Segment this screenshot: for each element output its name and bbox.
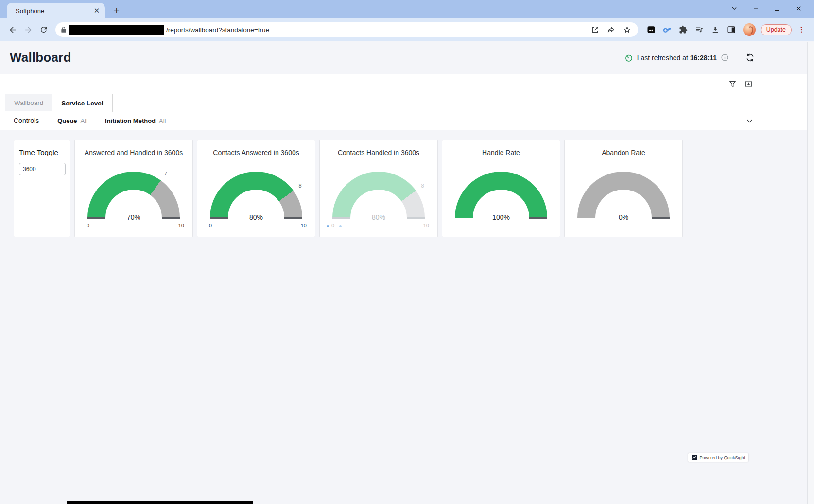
close-button[interactable] [788, 1, 809, 16]
gauge-value: 0% [577, 213, 670, 221]
sheet-tab-bar: Wallboard Service Level [0, 93, 814, 111]
last-refreshed: Last refreshed at 16:28:11 [624, 53, 755, 62]
gauge-min-label: 0 [87, 223, 89, 228]
gauge-value-tick-label: 7 [164, 171, 167, 176]
minimize-button[interactable] [745, 1, 766, 16]
tab-service-level[interactable]: Service Level [52, 94, 112, 112]
dashboard-content: Time Toggle Answered and Handled in 3600… [0, 130, 814, 237]
gauge-chart[interactable]: 0% [577, 172, 670, 218]
bottom-redaction-bar [67, 501, 253, 504]
gauge-max-label: 10 [301, 223, 307, 228]
gauge-card: Answered and Handled in 3600s70%0107 [74, 140, 193, 237]
time-toggle-title: Time Toggle [19, 148, 65, 156]
gauge-min-label: 0 [331, 223, 334, 228]
gauge-card: Handle Rate100% [442, 140, 560, 237]
gauge-min-label: 0 [209, 223, 212, 228]
dark-extension-icon[interactable] [647, 25, 656, 34]
browser-tabstrip: Softphone ✕ + [0, 0, 814, 18]
extensions-row [647, 23, 756, 36]
filter-icon[interactable] [728, 80, 737, 88]
browser-menu-kebab-icon[interactable] [794, 22, 809, 37]
gauge-value: 70% [87, 213, 180, 221]
tab-wallboard[interactable]: Wallboard [5, 94, 52, 111]
collapse-controls-chevron-icon[interactable] [745, 117, 754, 125]
url-domain-redaction [69, 25, 164, 35]
playlist-extension-icon[interactable] [695, 25, 704, 34]
time-toggle-card: Time Toggle [14, 140, 70, 237]
browser-tab-softphone[interactable]: Softphone ✕ [7, 3, 105, 18]
padlock-icon[interactable] [60, 26, 67, 33]
browser-toolbar: /reports/wallboard?standalone=true [0, 18, 814, 41]
dashboard-sheet: Wallboard Service Level Controls Queue A… [0, 74, 814, 130]
info-icon[interactable] [721, 53, 729, 62]
page-scrollbar[interactable] [807, 42, 814, 504]
timer-icon [624, 53, 633, 62]
sheet-toolbar [0, 74, 814, 93]
controls-title: Controls [14, 117, 39, 124]
gauge-value: 80% [332, 213, 425, 221]
initiation-method-label: Initiation Method [105, 117, 156, 124]
gauge-title: Abandon Rate [565, 149, 682, 156]
gauge-chart[interactable]: 70%0107 [87, 172, 180, 218]
update-button[interactable]: Update [761, 24, 792, 35]
powered-by-text: Powered by QuickSight [699, 455, 745, 460]
page-title: Wallboard [10, 50, 624, 65]
forward-button[interactable] [20, 22, 36, 37]
controls-row: Controls Queue All Initiation Method All [0, 111, 814, 130]
password-key-icon[interactable] [661, 24, 673, 35]
gauge-card: Contacts Answered in 3600s80%0108 [197, 140, 315, 237]
page-header: Wallboard Last refreshed at 16:28:11 [0, 41, 814, 74]
gauge-cards: Answered and Handled in 3600s70%0107Cont… [74, 140, 683, 237]
initiation-method-value: All [159, 117, 166, 124]
update-label: Update [766, 26, 786, 33]
refresh-button[interactable] [745, 53, 755, 62]
gauge-value-tick-label: 8 [421, 183, 424, 189]
back-button[interactable] [5, 22, 20, 37]
tab-close-icon[interactable]: ✕ [92, 6, 101, 15]
queue-filter-label: Queue [57, 117, 77, 124]
gauge-value-tick-label: 8 [299, 183, 302, 189]
browser-tab-title: Softphone [16, 7, 92, 15]
gauge-card: Abandon Rate0% [564, 140, 683, 237]
last-refreshed-text: Last refreshed at 16:28:11 [637, 54, 717, 62]
gauge-chart[interactable]: 80%0108 [332, 172, 425, 218]
queue-filter[interactable]: Queue All [57, 117, 87, 124]
window-controls [724, 1, 809, 16]
new-tab-button[interactable]: + [110, 3, 123, 17]
share-icon[interactable] [607, 26, 615, 34]
loading-dot [339, 225, 342, 227]
profile-avatar[interactable] [743, 23, 756, 36]
initiation-method-filter[interactable]: Initiation Method All [105, 117, 166, 124]
loading-dot [327, 225, 329, 227]
last-refreshed-time: 16:28:11 [690, 54, 717, 62]
open-in-new-icon[interactable] [591, 26, 599, 34]
powered-by-badge: Powered by QuickSight [688, 453, 748, 462]
url-path: /reports/wallboard?standalone=true [166, 26, 591, 34]
export-icon[interactable] [745, 80, 753, 88]
reload-button[interactable] [36, 22, 52, 37]
side-panel-icon[interactable] [727, 25, 736, 34]
gauge-card: Contacts Handled in 3600s80%0108 [319, 140, 438, 237]
gauge-chart[interactable]: 80%0108 [210, 172, 302, 218]
gauge-value: 100% [455, 213, 547, 221]
extensions-puzzle-icon[interactable] [679, 25, 688, 34]
tab-search-chevron-icon[interactable] [724, 1, 745, 16]
downloads-icon[interactable] [711, 25, 720, 34]
gauge-max-label: 10 [423, 223, 429, 228]
gauge-value: 80% [210, 213, 302, 221]
gauge-title: Handle Rate [442, 149, 560, 156]
url-bar[interactable]: /reports/wallboard?standalone=true [55, 22, 638, 37]
gauge-max-label: 10 [178, 223, 184, 228]
time-toggle-input[interactable] [19, 163, 66, 175]
maximize-button[interactable] [766, 1, 788, 16]
gauge-chart[interactable]: 100% [455, 172, 547, 218]
quicksight-logo-icon [692, 455, 697, 460]
gauge-title: Answered and Handled in 3600s [75, 149, 192, 156]
gauge-title: Contacts Handled in 3600s [320, 149, 437, 156]
bookmark-star-icon[interactable] [623, 26, 631, 34]
queue-filter-value: All [81, 117, 87, 124]
gauge-title: Contacts Answered in 3600s [197, 149, 315, 156]
